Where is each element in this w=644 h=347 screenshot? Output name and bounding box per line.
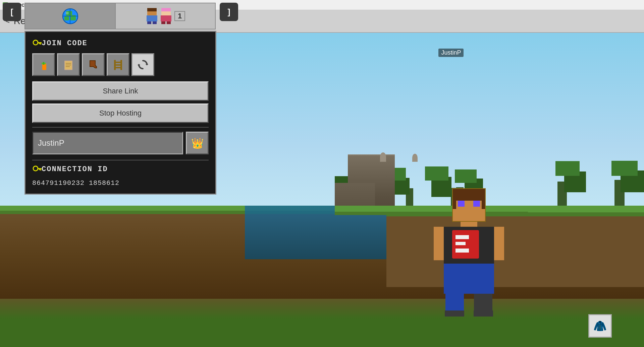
share-link-button[interactable]: Share Link — [32, 81, 209, 101]
bracket-left-button[interactable]: [ — [3, 3, 21, 21]
refresh-button[interactable] — [131, 53, 154, 76]
divider-1 — [32, 127, 209, 128]
player-count: 1 — [174, 11, 185, 21]
svg-rect-23 — [114, 62, 122, 63]
item-grid — [32, 53, 209, 76]
svg-rect-3 — [64, 16, 69, 20]
crown-button[interactable]: 👑 — [186, 132, 209, 154]
svg-rect-25 — [114, 67, 122, 68]
svg-rect-29 — [38, 168, 42, 169]
hanger-button[interactable]: 🧥 — [588, 314, 612, 338]
player-character — [435, 188, 502, 316]
player-name-input[interactable] — [32, 132, 183, 154]
svg-rect-30 — [40, 169, 41, 170]
item-boots[interactable] — [82, 53, 105, 76]
svg-rect-10 — [40, 43, 41, 45]
tab-world[interactable] — [24, 3, 115, 29]
item-carrot[interactable] — [32, 53, 55, 76]
player-row: 👑 — [32, 132, 209, 154]
svg-point-28 — [33, 166, 38, 171]
bracket-right-button[interactable]: ] — [220, 3, 238, 21]
tab-bar: 1 — [24, 3, 216, 29]
join-code-header: JOIN CODE — [32, 39, 209, 48]
key-icon — [32, 39, 42, 48]
stop-hosting-button[interactable]: Stop Hosting — [32, 103, 209, 123]
svg-rect-31 — [39, 169, 40, 170]
svg-point-8 — [33, 40, 38, 45]
item-ladder[interactable] — [107, 53, 129, 76]
connection-key-icon — [32, 164, 42, 174]
world-icon — [61, 7, 79, 25]
connection-id-header: CONNECTION ID — [32, 164, 209, 174]
svg-rect-9 — [38, 42, 42, 43]
item-book[interactable] — [57, 53, 80, 76]
divider-2 — [32, 160, 209, 160]
svg-rect-24 — [114, 64, 122, 66]
svg-point-7 — [65, 12, 69, 14]
connection-id-value: 864791190232 1858612 — [32, 179, 209, 187]
main-panel: JOIN CODE — [24, 31, 216, 195]
svg-rect-15 — [44, 63, 46, 64]
player-avatars — [146, 8, 172, 24]
connection-id-label: CONNECTION ID — [42, 165, 108, 174]
tab-players[interactable]: 1 — [115, 3, 216, 29]
svg-rect-13 — [43, 62, 44, 65]
player-label: JustinP — [438, 49, 464, 57]
svg-rect-14 — [42, 63, 43, 64]
svg-rect-11 — [39, 43, 40, 44]
join-code-label: JOIN CODE — [42, 39, 88, 48]
ground — [0, 206, 644, 347]
